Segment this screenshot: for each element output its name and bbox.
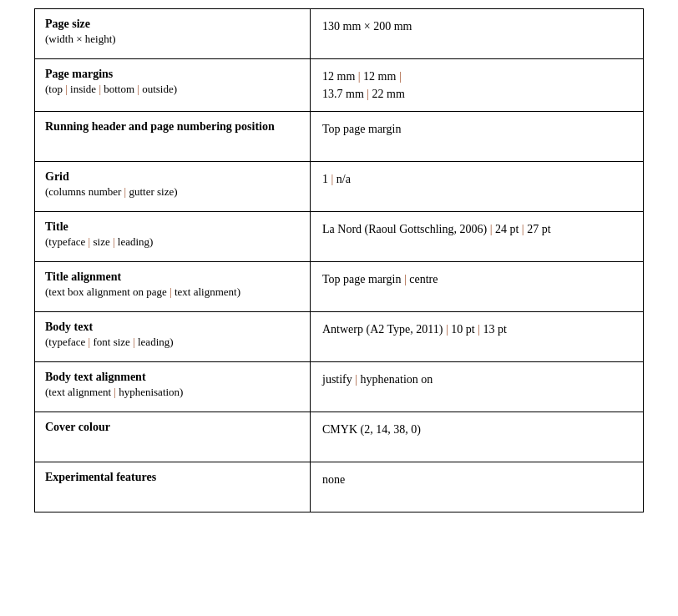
- row-label-page-margins: Page margins(top | inside | bottom | out…: [35, 59, 311, 111]
- row-label-sub-title-alignment: (text box alignment on page | text align…: [45, 285, 300, 299]
- row-label-body-text: Body text(typeface | font size | leading…: [35, 312, 311, 361]
- pipe-separator: |: [352, 373, 361, 386]
- row-value-body-text-alignment: justify | hyphenation on: [311, 362, 643, 412]
- row-value-experimental-features: none: [311, 462, 643, 512]
- row-label-bold-running-header: Running header and page numbering positi…: [45, 120, 300, 134]
- row-label-cover-colour: Cover colour: [35, 412, 311, 462]
- row-value-text-body-text-alignment: justify | hyphenation on: [322, 371, 631, 388]
- table-row: Title alignment(text box alignment on pa…: [35, 262, 643, 312]
- main-table: Page size(width × height)130 mm × 200 mm…: [34, 8, 644, 512]
- table-row: Running header and page numbering positi…: [35, 112, 643, 162]
- row-label-bold-page-margins: Page margins: [45, 68, 300, 81]
- row-label-page-size: Page size(width × height): [35, 9, 311, 58]
- row-label-sub-page-margins: (top | inside | bottom | outside): [45, 83, 300, 96]
- pipe-separator: |: [487, 223, 495, 235]
- pipe-separator: |: [85, 235, 93, 248]
- pipe-separator: |: [130, 336, 138, 348]
- pipe-separator: |: [96, 83, 104, 95]
- pipe-separator: |: [328, 173, 336, 185]
- row-label-bold-grid: Grid: [45, 170, 300, 184]
- row-label-bold-title-alignment: Title alignment: [45, 270, 300, 284]
- pipe-separator: |: [519, 223, 527, 235]
- row-value-cover-colour: CMYK (2, 14, 38, 0): [311, 412, 643, 462]
- table-row: Body text(typeface | font size | leading…: [35, 312, 643, 362]
- table-row: Experimental featuresnone: [35, 462, 643, 512]
- pipe-separator: |: [355, 70, 363, 83]
- row-label-title: Title(typeface | size | leading): [35, 212, 311, 261]
- row-value-page-size: 130 mm × 200 mm: [311, 9, 643, 58]
- pipe-separator: |: [110, 235, 118, 248]
- row-value-body-text: Antwerp (A2 Type, 2011) | 10 pt | 13 pt: [311, 312, 643, 361]
- row-value-text-cover-colour: CMYK (2, 14, 38, 0): [322, 421, 631, 438]
- pipe-separator: |: [401, 273, 409, 285]
- pipe-separator: |: [63, 83, 70, 95]
- row-label-bold-cover-colour: Cover colour: [45, 421, 300, 434]
- row-label-title-alignment: Title alignment(text box alignment on pa…: [35, 262, 311, 311]
- row-label-experimental-features: Experimental features: [35, 462, 311, 512]
- row-value-page-margins: 12 mm | 12 mm | 13.7 mm | 22 mm: [311, 59, 643, 111]
- row-label-bold-experimental-features: Experimental features: [45, 471, 300, 484]
- row-label-bold-page-size: Page size: [45, 18, 300, 31]
- row-value-running-header: Top page margin: [311, 112, 643, 161]
- pipe-separator: |: [85, 336, 93, 348]
- row-label-sub-body-text: (typeface | font size | leading): [45, 336, 300, 349]
- pipe-separator: |: [443, 323, 451, 336]
- pipe-separator: |: [134, 83, 142, 95]
- row-label-bold-body-text-alignment: Body text alignment: [45, 371, 300, 384]
- row-label-bold-body-text: Body text: [45, 321, 300, 334]
- row-value-text-page-size: 130 mm × 200 mm: [322, 18, 631, 35]
- table-row: Page margins(top | inside | bottom | out…: [35, 59, 643, 112]
- row-label-bold-title: Title: [45, 220, 300, 234]
- table-row: Grid(columns number | gutter size)1 | n/…: [35, 162, 643, 212]
- row-value-title: La Nord (Raoul Gottschling, 2006) | 24 p…: [311, 212, 643, 261]
- table-row: Body text alignment(text alignment | hyp…: [35, 362, 643, 412]
- row-value-text-title: La Nord (Raoul Gottschling, 2006) | 24 p…: [322, 220, 631, 238]
- pipe-separator: |: [167, 285, 175, 298]
- pipe-separator: |: [475, 323, 483, 336]
- row-label-sub-body-text-alignment: (text alignment | hyphenisation): [45, 386, 300, 399]
- row-value-title-alignment: Top page margin | centre: [311, 262, 643, 311]
- row-value-text-body-text: Antwerp (A2 Type, 2011) | 10 pt | 13 pt: [322, 321, 631, 338]
- row-label-grid: Grid(columns number | gutter size): [35, 162, 311, 211]
- pipe-separator: |: [364, 88, 372, 100]
- row-value-text-title-alignment: Top page margin | centre: [322, 270, 631, 288]
- pipe-separator: |: [396, 70, 401, 83]
- row-label-sub-page-size: (width × height): [45, 33, 300, 46]
- pipe-separator: |: [111, 386, 119, 398]
- row-label-running-header: Running header and page numbering positi…: [35, 112, 311, 161]
- row-value-text-experimental-features: none: [322, 471, 631, 488]
- row-value-text-page-margins: 12 mm | 12 mm | 13.7 mm | 22 mm: [322, 68, 631, 103]
- table-row: Title(typeface | size | leading)La Nord …: [35, 212, 643, 262]
- table-row: Page size(width × height)130 mm × 200 mm: [35, 9, 643, 59]
- row-label-sub-grid: (columns number | gutter size): [45, 185, 300, 199]
- table-row: Cover colourCMYK (2, 14, 38, 0): [35, 412, 643, 462]
- row-label-sub-title: (typeface | size | leading): [45, 235, 300, 249]
- row-label-body-text-alignment: Body text alignment(text alignment | hyp…: [35, 362, 311, 412]
- row-value-grid: 1 | n/a: [311, 162, 643, 211]
- row-value-text-running-header: Top page margin: [322, 120, 631, 138]
- row-value-text-grid: 1 | n/a: [322, 170, 631, 188]
- pipe-separator: |: [121, 185, 129, 198]
